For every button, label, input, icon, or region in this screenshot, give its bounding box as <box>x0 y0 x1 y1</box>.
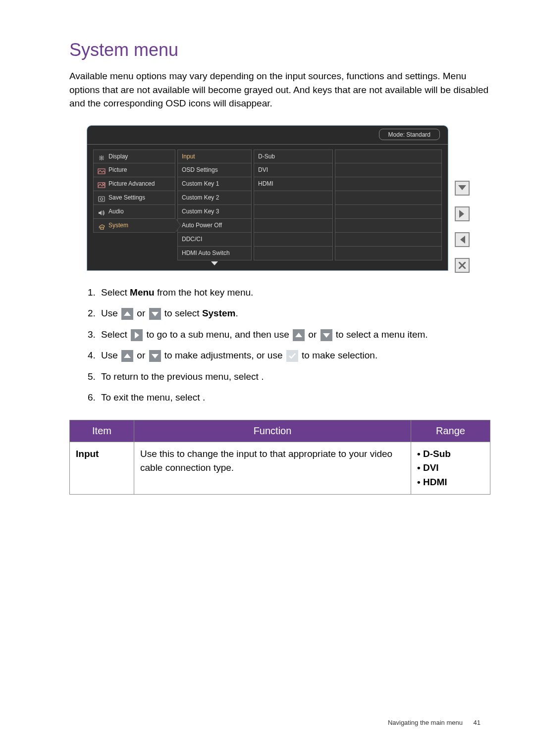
display-icon <box>98 153 106 160</box>
osd-main-system[interactable]: System <box>93 219 175 233</box>
picture-adv-icon <box>98 180 106 187</box>
up-arrow-icon <box>121 350 133 362</box>
svg-marker-19 <box>124 311 131 316</box>
down-arrow-icon <box>149 350 161 362</box>
osd-main-label: Picture Advanced <box>108 177 155 190</box>
osd-mode-label: Mode: Standard <box>379 129 440 140</box>
svg-line-3 <box>103 156 104 157</box>
osd-sub-column: Input OSD Settings Custom Key 1 Custom K… <box>177 150 252 270</box>
th-range: Range <box>411 420 490 442</box>
th-item: Item <box>70 420 134 442</box>
osd-more-down-icon[interactable] <box>177 260 252 270</box>
svg-marker-24 <box>124 353 131 358</box>
osd-main-picture[interactable]: Picture <box>93 163 175 177</box>
step-5: To return to the previous menu, select . <box>98 370 490 384</box>
th-function: Function <box>134 420 411 442</box>
footer-page-number: 41 <box>474 719 481 726</box>
system-icon <box>98 222 106 229</box>
osd-main-column: Display Picture Picture Advanced Save Se… <box>93 150 175 270</box>
osd-value-column: D-Sub DVI HDMI <box>254 150 333 270</box>
osd-value-hdmi[interactable]: HDMI <box>254 177 333 191</box>
osd-screenshot: Mode: Standard Display Picture Picture <box>87 125 448 271</box>
cell-range: D-Sub DVI HDMI <box>411 442 490 495</box>
instruction-list: Select Menu from the hot key menu. Use o… <box>98 286 490 405</box>
osd-value-dsub[interactable]: D-Sub <box>254 150 333 163</box>
up-arrow-icon <box>293 329 305 341</box>
osd-sub-osd-settings[interactable]: OSD Settings <box>177 163 252 177</box>
cell-function: Use this to change the input to that app… <box>134 442 411 495</box>
osd-main-label: Picture <box>108 163 127 176</box>
svg-marker-15 <box>459 210 464 218</box>
osd-main-picture-advanced[interactable]: Picture Advanced <box>93 177 175 191</box>
svg-marker-22 <box>295 333 302 337</box>
table-row: Input Use this to change the input to th… <box>70 442 490 495</box>
osd-btn-close[interactable] <box>455 258 470 273</box>
save-icon <box>98 194 106 201</box>
svg-marker-21 <box>135 332 139 339</box>
footer-text: Navigating the main menu <box>388 719 463 726</box>
step-2: Use or to select System. <box>98 306 490 321</box>
osd-main-label: Save Settings <box>108 191 145 204</box>
osd-sub-custom-key-3[interactable]: Custom Key 3 <box>177 205 252 219</box>
svg-marker-11 <box>99 210 102 215</box>
osd-main-save-settings[interactable]: Save Settings <box>93 191 175 205</box>
cell-item: Input <box>70 442 134 495</box>
svg-marker-23 <box>323 333 330 338</box>
osd-main-label: Display <box>108 150 128 163</box>
osd-spacer-column <box>335 150 442 270</box>
step-1: Select Menu from the hot key menu. <box>98 286 490 300</box>
step-4: Use or to make adjustments, or use to ma… <box>98 349 490 363</box>
osd-btn-right[interactable] <box>455 206 470 221</box>
osd-sub-custom-key-2[interactable]: Custom Key 2 <box>177 191 252 205</box>
intro-text: Available menu options may vary dependin… <box>69 69 490 110</box>
osd-btn-down[interactable] <box>455 181 470 196</box>
down-arrow-icon <box>321 329 332 341</box>
osd-main-label: System <box>108 219 128 232</box>
osd-sub-auto-power-off[interactable]: Auto Power Off <box>177 219 252 233</box>
osd-btn-left[interactable] <box>455 232 470 247</box>
picture-icon <box>98 166 106 173</box>
osd-sub-custom-key-1[interactable]: Custom Key 1 <box>177 177 252 191</box>
svg-marker-20 <box>152 312 159 316</box>
right-arrow-icon <box>131 329 143 341</box>
svg-marker-13 <box>211 261 218 265</box>
osd-sub-ddc-ci[interactable]: DDC/CI <box>177 233 252 247</box>
check-icon <box>286 350 298 362</box>
svg-marker-14 <box>458 185 466 190</box>
svg-line-4 <box>100 159 101 160</box>
svg-rect-9 <box>99 197 105 202</box>
svg-marker-16 <box>460 236 465 244</box>
osd-value-empty <box>254 247 333 260</box>
up-arrow-icon <box>121 308 133 320</box>
step-3: Select to go to a sub menu, and then use… <box>98 328 490 342</box>
osd-main-display[interactable]: Display <box>93 150 175 163</box>
page-footer: Navigating the main menu 41 <box>388 719 481 726</box>
osd-value-empty <box>254 205 333 219</box>
osd-value-empty <box>254 191 333 205</box>
osd-value-empty <box>254 219 333 233</box>
step-6: To exit the menu, select . <box>98 391 490 405</box>
osd-main-audio[interactable]: Audio <box>93 205 175 219</box>
svg-point-10 <box>101 198 103 201</box>
osd-sub-hdmi-auto-switch[interactable]: HDMI Auto Switch <box>177 247 252 260</box>
osd-value-empty <box>254 233 333 247</box>
page-title: System menu <box>69 40 490 60</box>
osd-side-buttons <box>455 181 470 273</box>
osd-value-dvi[interactable]: DVI <box>254 163 333 177</box>
osd-sub-input[interactable]: Input <box>177 150 252 163</box>
svg-line-2 <box>100 156 101 157</box>
svg-rect-12 <box>101 227 104 229</box>
svg-line-5 <box>103 159 104 160</box>
spec-table: Item Function Range Input Use this to ch… <box>69 420 490 495</box>
svg-marker-25 <box>152 354 159 358</box>
down-arrow-icon <box>149 308 161 320</box>
osd-main-label: Audio <box>108 205 124 218</box>
audio-icon <box>98 208 106 215</box>
